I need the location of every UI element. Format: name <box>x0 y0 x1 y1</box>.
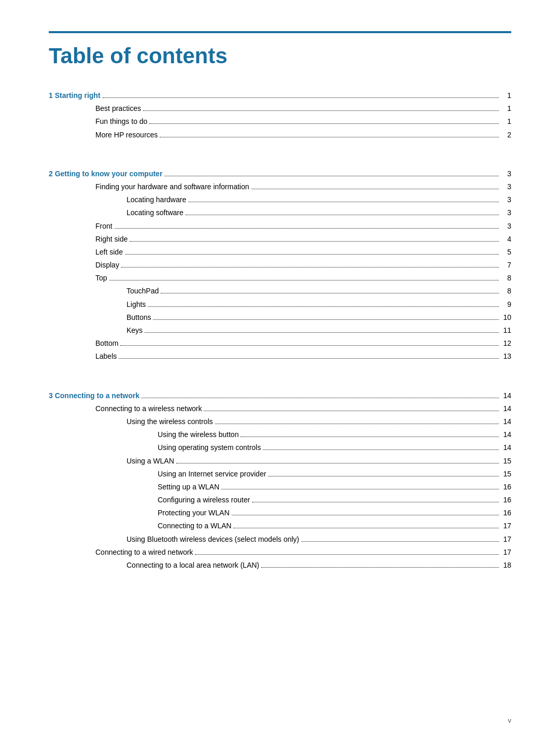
page-number: 9 <box>501 298 511 311</box>
toc-entry[interactable]: More HP resources 2 <box>49 129 511 142</box>
dots <box>301 541 499 542</box>
toc-entry[interactable]: Connecting to a wired network 17 <box>49 546 511 559</box>
entry-text: Using the wireless controls <box>49 415 213 428</box>
toc-entry[interactable]: Protecting your WLAN 16 <box>49 507 511 519</box>
toc-entry[interactable]: Locating hardware 3 <box>49 193 511 206</box>
dots <box>215 424 499 424</box>
dots <box>221 489 499 489</box>
dots <box>153 319 499 320</box>
entry-text: Using operating system controls <box>49 441 261 454</box>
page-number: 2 <box>501 129 511 142</box>
toc-entry[interactable]: Bottom 12 <box>49 337 511 350</box>
toc-entry[interactable]: Left side 5 <box>49 246 511 259</box>
page-number: 16 <box>501 481 511 494</box>
entry-text: Using Bluetooth wireless devices (select… <box>49 533 299 546</box>
entry-text: Locating software <box>49 206 184 219</box>
entry-text: Using a WLAN <box>49 455 174 468</box>
page-number: 3 <box>501 193 511 206</box>
dots <box>161 293 499 293</box>
toc-entry[interactable]: Configuring a wireless router 16 <box>49 494 511 507</box>
page-number: 3 <box>501 167 511 180</box>
dots <box>160 137 499 137</box>
dots <box>188 202 499 202</box>
toc-entry[interactable]: Connecting to a local area network (LAN)… <box>49 559 511 572</box>
toc-section-3: 3 Connecting to a network 14 Connecting … <box>49 389 511 572</box>
entry-text: Buttons <box>49 311 151 324</box>
entry-text: Connecting to a wireless network <box>49 402 202 415</box>
dots <box>109 280 499 280</box>
dots <box>125 254 499 255</box>
toc-entry[interactable]: Labels 13 <box>49 350 511 363</box>
entry-text: Left side <box>49 246 123 259</box>
toc-entry[interactable]: Using operating system controls 14 <box>49 441 511 454</box>
toc-entry[interactable]: 3 Connecting to a network 14 <box>49 389 511 402</box>
page-number: 10 <box>501 311 511 324</box>
entry-text: Connecting to a local area network (LAN) <box>49 559 259 572</box>
entry-text: Display <box>49 259 119 272</box>
toc-entry[interactable]: Connecting to a wireless network 14 <box>49 402 511 415</box>
toc-entry[interactable]: Lights 9 <box>49 298 511 311</box>
page-number: 16 <box>501 507 511 519</box>
toc-entry[interactable]: Keys 11 <box>49 324 511 337</box>
entry-text: Connecting to a wired network <box>49 546 193 559</box>
dots <box>251 189 499 189</box>
page-number: 3 <box>501 206 511 219</box>
entry-text: Protecting your WLAN <box>49 507 230 519</box>
footer-page-number: v <box>508 716 512 724</box>
toc-entry[interactable]: Display 7 <box>49 259 511 272</box>
toc-entry[interactable]: Top 8 <box>49 272 511 285</box>
page-number: 1 <box>501 89 511 102</box>
page-number: 15 <box>501 468 511 481</box>
page-number: 8 <box>501 285 511 298</box>
dots <box>268 476 499 476</box>
entry-text: More HP resources <box>49 129 158 142</box>
page-number: 5 <box>501 246 511 259</box>
toc-entry[interactable]: Right side 4 <box>49 233 511 246</box>
dots <box>204 411 499 411</box>
toc-entry[interactable]: Setting up a WLAN 16 <box>49 481 511 494</box>
toc-entry[interactable]: Finding your hardware and software infor… <box>49 180 511 193</box>
entry-text: Bottom <box>49 337 118 350</box>
entry-text: Using the wireless button <box>49 428 239 441</box>
page-number: 17 <box>501 519 511 532</box>
dots <box>120 345 499 346</box>
toc-entry[interactable]: Using a WLAN 15 <box>49 455 511 468</box>
page-number: 8 <box>501 272 511 285</box>
entry-text: Configuring a wireless router <box>49 494 250 507</box>
section-gap <box>49 157 511 167</box>
dots <box>142 398 499 398</box>
dots <box>143 110 499 111</box>
toc-entry[interactable]: 1 Starting right 1 <box>49 89 511 102</box>
toc-section-1: 1 Starting right 1 Best practices 1 Fun … <box>49 89 511 142</box>
toc-entry[interactable]: Fun things to do 1 <box>49 115 511 128</box>
toc-entry[interactable]: Using the wireless controls 14 <box>49 415 511 428</box>
toc-entry[interactable]: Using an Internet service provider 15 <box>49 468 511 481</box>
entry-text: Right side <box>49 233 128 246</box>
toc-container: 1 Starting right 1 Best practices 1 Fun … <box>49 89 511 572</box>
dots <box>263 449 499 450</box>
page-number: 1 <box>501 115 511 128</box>
toc-entry[interactable]: TouchPad 8 <box>49 285 511 298</box>
toc-entry[interactable]: Best practices 1 <box>49 102 511 115</box>
dots <box>233 528 499 528</box>
entry-text: Best practices <box>49 102 141 115</box>
dots <box>149 123 499 124</box>
entry-text: Keys <box>49 324 143 337</box>
toc-entry[interactable]: Using Bluetooth wireless devices (select… <box>49 533 511 546</box>
toc-entry[interactable]: Using the wireless button 14 <box>49 428 511 441</box>
entry-text: Connecting to a WLAN <box>49 519 231 532</box>
page-number: 14 <box>501 402 511 415</box>
dots <box>186 215 499 215</box>
toc-entry[interactable]: Buttons 10 <box>49 311 511 324</box>
page-number: 17 <box>501 546 511 559</box>
entry-text: Lights <box>49 298 146 311</box>
toc-entry[interactable]: Locating software 3 <box>49 206 511 219</box>
dots <box>145 332 499 333</box>
entry-text: Setting up a WLAN <box>49 481 219 494</box>
entry-text: Front <box>49 220 113 233</box>
toc-entry[interactable]: Connecting to a WLAN 17 <box>49 519 511 532</box>
dots <box>130 241 499 242</box>
toc-entry[interactable]: Front 3 <box>49 220 511 233</box>
toc-entry[interactable]: 2 Getting to know your computer 3 <box>49 167 511 180</box>
dots <box>261 567 499 568</box>
